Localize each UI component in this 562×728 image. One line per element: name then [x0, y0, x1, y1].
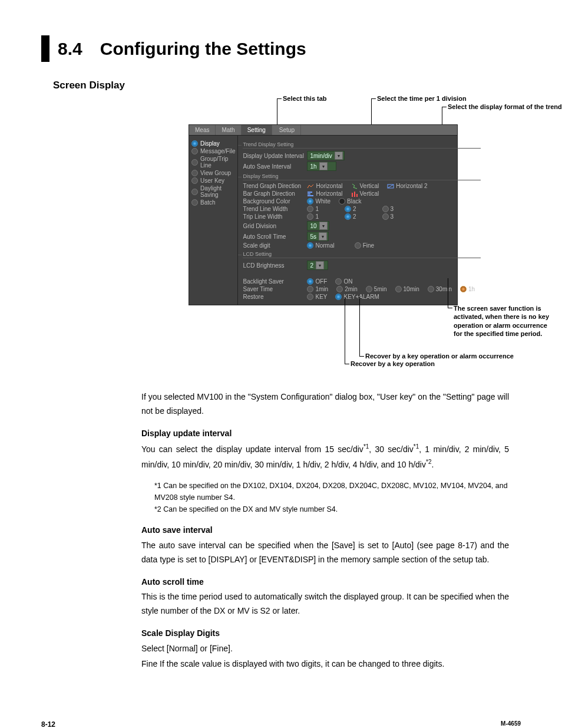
- callout-select-time: Select the time per 1 division: [377, 95, 467, 102]
- sidebar-item-user-key[interactable]: User Key: [191, 177, 235, 184]
- section-number: 8.4: [58, 35, 82, 62]
- opt-trend-horizontal[interactable]: Horizontal: [307, 183, 342, 189]
- dropdown-auto-save[interactable]: 1h▾: [307, 162, 336, 171]
- opt-trlw-3[interactable]: 3: [382, 213, 394, 220]
- heading-auto-save-interval: Auto save interval: [141, 523, 509, 538]
- subheading: Screen Display: [53, 80, 521, 91]
- sidebar-item-message-file[interactable]: Message/File: [191, 148, 235, 154]
- opt-st-1h[interactable]: 1h: [460, 286, 475, 292]
- callout-select-tab: Select this tab: [283, 95, 327, 102]
- opt-trend-vertical[interactable]: Vertical: [351, 183, 379, 189]
- chevron-down-icon: ▾: [319, 162, 328, 170]
- sidebar-item-batch[interactable]: Batch: [191, 199, 235, 206]
- chevron-down-icon: ▾: [319, 232, 327, 241]
- trend-h2-icon: [387, 183, 394, 189]
- chevron-down-icon: ▾: [316, 261, 324, 269]
- label-trip-line-width: Trip Line Width: [243, 213, 305, 220]
- group-lcd: LCD Setting: [243, 251, 481, 258]
- opt-st-5m[interactable]: 5min: [366, 286, 387, 292]
- opt-tlw-2[interactable]: 2: [345, 206, 356, 212]
- label-restore: Restore: [243, 294, 305, 300]
- para-scale-digits-1: Select [Normal] or [Fine].: [141, 642, 509, 656]
- sidebar-item-daylight[interactable]: Daylight Saving: [191, 185, 235, 198]
- label-bar-direction: Bar Graph Direction: [243, 190, 305, 197]
- label-scale-digit: Scale digit: [243, 242, 305, 249]
- opt-st-1m[interactable]: 1min: [307, 286, 328, 292]
- group-trend-display: Trend Display Setting: [243, 141, 481, 149]
- label-grid-division: Grid Division: [243, 223, 305, 229]
- tab-setup[interactable]: Setup: [273, 125, 301, 135]
- bar-h-icon: [307, 191, 314, 197]
- opt-scale-fine[interactable]: Fine: [355, 242, 374, 249]
- para-auto-scroll-time: This is the time period used to automati…: [141, 590, 509, 618]
- screenshot-figure: Select this tab Select the time per 1 di…: [118, 95, 542, 378]
- chapter-title: 8.4 Configuring the Settings: [41, 35, 521, 62]
- bar-v-icon: [351, 191, 358, 197]
- opt-bar-horizontal[interactable]: Horizontal: [307, 190, 342, 197]
- opt-st-2m[interactable]: 2min: [336, 286, 358, 292]
- opt-restore-key[interactable]: KEY: [307, 294, 327, 300]
- settings-content: Trend Display Setting Display Update Int…: [238, 136, 485, 305]
- sidebar-item-view-group[interactable]: View Group: [191, 170, 235, 176]
- svg-rect-6: [354, 192, 355, 197]
- svg-rect-2: [308, 192, 312, 193]
- tab-meas[interactable]: Meas: [189, 125, 216, 135]
- label-saver-time: Saver Time: [243, 286, 305, 292]
- opt-bg-white[interactable]: White: [307, 198, 330, 205]
- label-trend-line-width: Trend Line Width: [243, 206, 305, 212]
- opt-bl-on[interactable]: ON: [335, 278, 352, 285]
- heading-display-update-interval: Display update interval: [141, 427, 509, 441]
- footnote-1: *1 Can be specified on the DX102, DX104,…: [154, 480, 509, 503]
- dropdown-update-interval[interactable]: 1min/div▾: [307, 151, 344, 160]
- chevron-down-icon: ▾: [335, 151, 343, 160]
- para-display-update-interval: You can select the display update interv…: [141, 442, 509, 472]
- heading-auto-scroll-time: Auto scroll time: [141, 575, 509, 589]
- label-backlight-saver: Backlight Saver: [243, 278, 305, 285]
- page-footer: 8-12 M-4659: [0, 703, 562, 728]
- opt-trlw-1[interactable]: 1: [307, 213, 319, 220]
- opt-bar-vertical[interactable]: Vertical: [351, 190, 379, 197]
- section-title: Configuring the Settings: [100, 35, 306, 62]
- group-display: Display Setting: [243, 173, 481, 180]
- opt-tlw-1[interactable]: 1: [307, 206, 319, 212]
- label-update-interval: Display Update Interval: [243, 153, 305, 159]
- opt-restore-key-alarm[interactable]: KEY+ALARM: [335, 294, 379, 300]
- label-bg-color: Background Color: [243, 198, 305, 205]
- settings-sidebar: Display Message/File Group/Trip Line Vie…: [189, 136, 238, 305]
- svg-line-1: [388, 185, 394, 188]
- opt-bl-off[interactable]: OFF: [307, 278, 327, 285]
- sidebar-item-display[interactable]: Display: [191, 140, 235, 147]
- label-lcd-brightness: LCD Brightness: [243, 262, 305, 269]
- trend-v-icon: [351, 183, 358, 189]
- tab-math[interactable]: Math: [216, 125, 241, 135]
- heading-scale-display-digits: Scale Display Digits: [141, 627, 509, 641]
- main-tabbar: Meas Math Setting Setup: [189, 125, 457, 136]
- dropdown-grid-division[interactable]: 10▾: [307, 221, 329, 230]
- label-auto-save: Auto Save Interval: [243, 163, 305, 170]
- svg-rect-5: [352, 193, 353, 197]
- label-trend-direction: Trend Graph Direction: [243, 183, 305, 189]
- page-number: 8-12: [41, 720, 55, 728]
- svg-rect-3: [308, 193, 310, 195]
- doc-id: M-4659: [501, 720, 521, 728]
- svg-rect-7: [356, 194, 358, 197]
- dropdown-auto-scroll[interactable]: 5s▾: [307, 232, 329, 241]
- chevron-down-icon: ▾: [319, 222, 328, 230]
- para-auto-save-interval: The auto save interval can be specified …: [141, 539, 509, 567]
- intro-paragraph: If you selected MV100 in the "System Con…: [141, 390, 509, 419]
- sidebar-item-group-trip[interactable]: Group/Trip Line: [191, 156, 235, 169]
- trend-h-icon: [307, 183, 314, 189]
- label-auto-scroll: Auto Scroll Time: [243, 233, 305, 240]
- opt-trend-horizontal2[interactable]: Horizontal 2: [387, 183, 427, 189]
- opt-trlw-2[interactable]: 2: [345, 213, 356, 220]
- settings-window: Meas Math Setting Setup Display Message/…: [189, 124, 458, 305]
- tab-setting[interactable]: Setting: [242, 125, 272, 135]
- opt-st-10m[interactable]: 10min: [395, 286, 419, 292]
- svg-rect-4: [308, 195, 313, 196]
- opt-tlw-3[interactable]: 3: [382, 206, 394, 212]
- dropdown-lcd-brightness[interactable]: 2▾: [307, 261, 328, 270]
- opt-bg-black[interactable]: Black: [339, 198, 361, 205]
- opt-scale-normal[interactable]: Normal: [307, 242, 334, 249]
- footnote-2: *2 Can be specified on the DX and MV sty…: [154, 503, 509, 515]
- para-scale-digits-2: Fine If the scale value is displayed wit…: [141, 657, 509, 671]
